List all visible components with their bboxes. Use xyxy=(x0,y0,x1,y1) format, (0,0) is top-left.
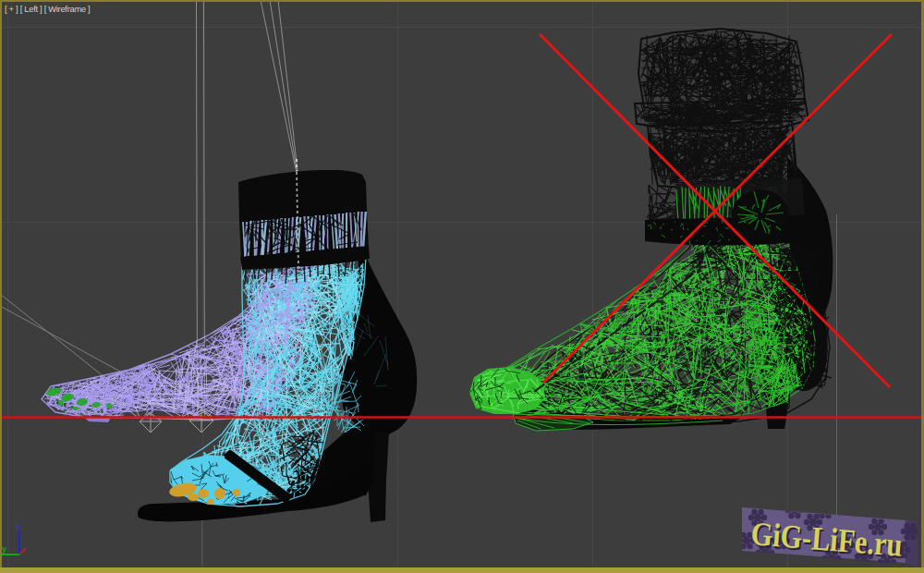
svg-text:[ + ] [ Left ] [ Wireframe ]: [ + ] [ Left ] [ Wireframe ] xyxy=(5,4,90,14)
svg-text:z: z xyxy=(16,521,20,530)
svg-text:y: y xyxy=(2,544,6,554)
